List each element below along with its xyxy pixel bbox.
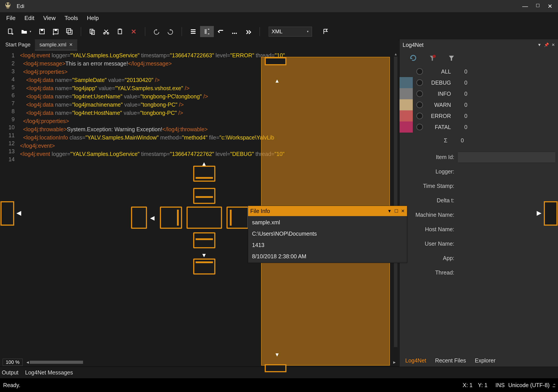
save-all-button[interactable]	[63, 26, 76, 37]
dock-top-arrow-icon: ▲	[201, 160, 207, 167]
side-tab-recent[interactable]: Recent Files	[431, 355, 471, 366]
new-file-button[interactable]	[4, 26, 17, 37]
level-row-all[interactable]: ALL 0	[400, 66, 558, 77]
paste-button[interactable]	[113, 26, 127, 37]
level-radio[interactable]	[416, 79, 423, 86]
field-value[interactable]	[458, 166, 555, 177]
dock-right[interactable]	[227, 207, 249, 229]
delete-button[interactable]	[127, 26, 140, 37]
dock-left-outer[interactable]	[131, 207, 147, 229]
panel-dropdown-icon[interactable]: ▼	[537, 43, 541, 47]
level-name: INFO	[427, 91, 451, 97]
dock-left[interactable]	[160, 207, 182, 229]
level-name: FATAL	[427, 124, 451, 130]
scroll-up-arrow[interactable]: ▲	[394, 52, 397, 56]
level-table: ALL 0 DEBUG 0 INFO 0 WARN 0 ERROR 0 FATA…	[400, 66, 558, 135]
minimize-button[interactable]: —	[522, 3, 528, 9]
scroll-right-arrow[interactable]: ▶	[392, 360, 397, 364]
dock-edge-left[interactable]	[0, 201, 14, 226]
level-row-error[interactable]: ERROR 0	[400, 110, 558, 122]
wrap-button[interactable]	[214, 26, 227, 37]
file-info-panel[interactable]: File Info ▼ ☐ ✕ sample.xml C:\Users\NOP\…	[248, 206, 407, 263]
svg-point-1	[6, 3, 7, 5]
scroll-thumb[interactable]	[30, 361, 83, 364]
field-value[interactable]	[458, 253, 555, 263]
save-button[interactable]	[35, 26, 49, 37]
svg-point-2	[8, 3, 10, 5]
side-tab-explorer[interactable]: Explorer	[470, 355, 500, 366]
panel-close-icon[interactable]: ✕	[552, 43, 555, 47]
tab-start-page[interactable]: Start Page	[1, 39, 35, 50]
flag-button[interactable]	[319, 26, 332, 37]
file-info-dropdown-icon[interactable]: ▼	[387, 209, 392, 214]
dock-center[interactable]	[186, 207, 222, 229]
level-row-fatal[interactable]: FATAL 0	[400, 122, 558, 133]
syntax-dropdown[interactable]: XML	[269, 27, 312, 37]
svg-rect-9	[68, 30, 72, 34]
level-row-debug[interactable]: DEBUG 0	[400, 77, 558, 88]
field-value[interactable]	[458, 268, 555, 278]
field-value[interactable]	[458, 195, 555, 206]
document-tabs: Start Page sample.xml ✕	[0, 39, 399, 50]
tab-close-icon[interactable]: ✕	[69, 42, 73, 47]
file-info-close-icon[interactable]: ✕	[401, 208, 405, 214]
scroll-track[interactable]	[394, 57, 397, 347]
side-tab-log4net[interactable]: Log4Net	[401, 355, 431, 366]
undo-button[interactable]	[150, 26, 163, 37]
lines-button[interactable]	[186, 26, 200, 37]
field-row-delta: Delta t:	[400, 193, 558, 208]
redo-button[interactable]	[163, 26, 177, 37]
level-row-info[interactable]: INFO 0	[400, 88, 558, 99]
field-label: Item Id:	[402, 154, 454, 160]
level-row-warn[interactable]: WARN 0	[400, 99, 558, 110]
field-row-app: App:	[400, 251, 558, 265]
panel-pin-icon[interactable]: 📌	[544, 43, 549, 47]
field-value[interactable]	[458, 224, 555, 235]
filter-icon[interactable]	[447, 54, 456, 63]
copy-button[interactable]	[86, 26, 99, 37]
svg-rect-15	[119, 29, 121, 30]
save-as-button[interactable]	[49, 26, 63, 37]
dock-bottom[interactable]	[193, 259, 215, 275]
bracket-button[interactable]	[200, 26, 214, 37]
file-info-maximize-icon[interactable]: ☐	[394, 208, 398, 214]
menu-view[interactable]: View	[39, 13, 60, 23]
dock-edge-right[interactable]	[544, 201, 558, 226]
field-value[interactable]	[458, 181, 555, 191]
dock-bottom-inner[interactable]	[193, 232, 215, 248]
cut-button[interactable]	[99, 26, 113, 37]
level-radio[interactable]	[416, 68, 423, 75]
menu-file[interactable]: File	[2, 13, 20, 23]
level-radio[interactable]	[416, 102, 423, 108]
maximize-button[interactable]: ☐	[536, 3, 540, 9]
svg-rect-8	[67, 29, 71, 33]
level-name: ERROR	[427, 113, 451, 119]
scroll-left-arrow[interactable]: ◀	[25, 360, 30, 364]
dock-top[interactable]	[193, 166, 215, 182]
open-button[interactable]: ▼	[17, 26, 35, 37]
tab-sample-xml[interactable]: sample.xml ✕	[35, 39, 77, 50]
level-count: 0	[464, 79, 467, 86]
field-value[interactable]	[458, 239, 555, 249]
resize-grip[interactable]: .::	[552, 382, 555, 388]
more-button[interactable]	[227, 26, 241, 37]
dock-top-inner[interactable]	[193, 188, 215, 204]
output-tab[interactable]: Output	[2, 369, 18, 376]
menu-edit[interactable]: Edit	[20, 13, 39, 23]
log4net-messages-tab[interactable]: Log4Net Messages	[25, 369, 73, 376]
level-count: 0	[464, 68, 467, 75]
level-radio[interactable]	[416, 124, 423, 130]
menu-tools[interactable]: Tools	[60, 13, 83, 23]
sigma-value: 0	[461, 137, 464, 144]
field-value[interactable]	[458, 152, 555, 162]
menu-help[interactable]: Help	[82, 13, 103, 23]
zoom-level[interactable]: 100 %	[3, 359, 23, 366]
file-info-title: File Info	[250, 208, 270, 214]
level-radio[interactable]	[416, 113, 423, 119]
level-radio[interactable]	[416, 90, 423, 97]
expand-button[interactable]	[241, 26, 255, 37]
level-count: 0	[464, 91, 467, 97]
clear-filter-icon[interactable]	[428, 54, 437, 63]
close-button[interactable]: ✕	[548, 3, 552, 9]
refresh-icon[interactable]	[409, 54, 418, 63]
